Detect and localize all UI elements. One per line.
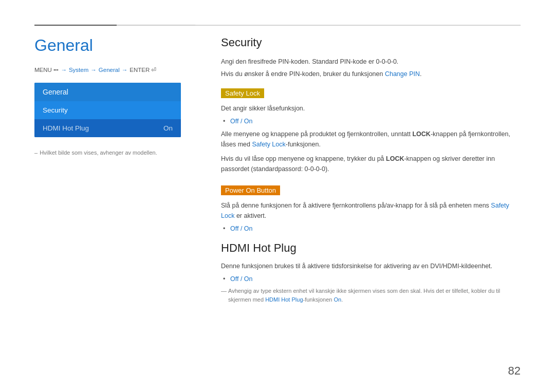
hdmi-title: HDMI Hot Plug [221,241,521,255]
hdmi-desc: Denne funksjonen brukes til å aktivere t… [221,261,521,271]
lock-bold2: LOCK [386,155,404,162]
security-desc2-prefix: Hvis du ønsker å endre PIN-koden, bruker… [221,70,385,78]
breadcrumb-system[interactable]: System [69,67,88,73]
hdmi-bullets: Off / On [221,275,521,283]
power-on-bullets: Off / On [221,225,521,232]
breadcrumb-arrow3: → [122,67,128,73]
breadcrumb-arrow2: → [90,67,97,73]
power-on-button-desc: Slå på denne funksjonen for å aktivere f… [221,200,521,221]
hdmi-footnote: Avhengig av type ekstern enhet vil kansk… [221,287,521,304]
change-pin-link[interactable]: Change PIN [385,70,420,78]
power-on-desc-suffix: er aktivert. [234,212,266,219]
security-desc1: Angi den firesifrede PIN-koden. Standard… [221,57,521,67]
hdmi-section: HDMI Hot Plug Denne funksjonen brukes ti… [221,241,521,304]
nav-item-hdmi-label: HDMI Hot Plug [43,124,89,132]
hdmi-hot-plug-link[interactable]: HDMI Hot Plug [265,296,303,303]
nav-menu-header: General [34,83,181,101]
nav-item-security[interactable]: Security [34,101,181,119]
nav-item-security-label: Security [43,106,68,114]
breadcrumb-menu: MENU [34,67,52,73]
top-divider-accent [34,25,117,26]
hdmi-off-on: Off / On [230,275,253,283]
power-on-off-on: Off / On [230,225,253,232]
hdmi-on-link[interactable]: On [334,296,341,303]
breadcrumb: MENU ▪▪▪ → System → General → ENTER ⏎ [34,66,189,73]
safety-lock-desc: Det angir sikker låsefunksjon. [221,103,521,114]
safety-lock-off-on: Off / On [230,118,253,125]
safety-lock-body2: Hvis du vil låse opp menyene og knappene… [221,154,521,174]
safety-lock-heading: Safety Lock [221,88,264,98]
security-title: Security [221,36,521,49]
power-on-bullet: Off / On [230,225,521,232]
page-number: 82 [508,364,521,378]
security-desc2: Hvis du ønsker å endre PIN-koden, bruker… [221,69,521,79]
safety-lock-body1: Alle menyene og knappene på produktet og… [221,129,521,150]
nav-item-hdmi-hot-plug[interactable]: HDMI Hot Plug On [34,119,181,137]
hdmi-footnote-suffix: . [341,296,343,303]
breadcrumb-general[interactable]: General [99,67,120,73]
nav-item-hdmi-value: On [163,124,173,132]
nav-menu: General Security HDMI Hot Plug On [34,83,181,137]
lock-bold1: LOCK [412,130,430,138]
left-panel: General MENU ▪▪▪ → System → General → EN… [34,36,189,156]
breadcrumb-arrow1: → [61,67,67,73]
safety-lock-inline: Safety Lock [252,141,285,148]
power-on-desc-prefix: Slå på denne funksjonen for å aktivere f… [221,202,491,209]
safety-lock-bullet: Off / On [230,118,521,125]
footnote: Hvilket bilde som vises, avhenger av mod… [34,150,189,156]
hdmi-footnote-middle: -funksjonen [303,296,334,303]
safety-lock-bullets: Off / On [221,118,521,125]
power-on-button-heading: Power On Button [221,185,280,195]
right-divider [195,25,521,25]
security-desc2-suffix: . [420,70,421,78]
page-title: General [34,36,189,55]
hdmi-bullet: Off / On [230,275,521,283]
right-panel: Security Angi den firesifrede PIN-koden.… [221,36,521,304]
breadcrumb-enter: ENTER ⏎ [130,66,156,73]
